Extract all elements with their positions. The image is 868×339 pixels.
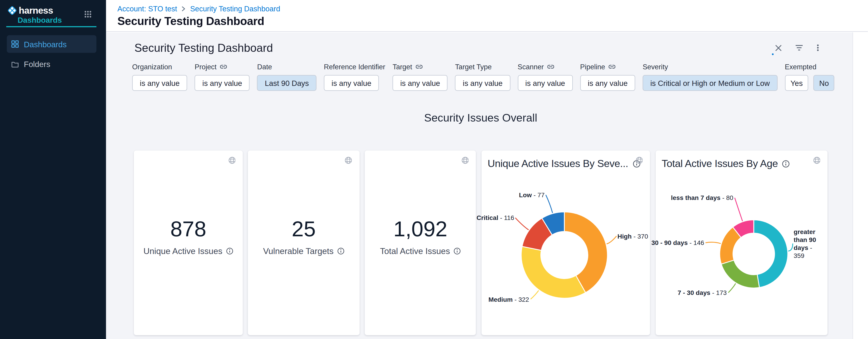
filter-label: Exempted — [785, 63, 834, 70]
chart-title: Total Active Issues By Age — [661, 158, 778, 170]
sidebar-item-dashboards[interactable]: Dashboards — [7, 35, 96, 53]
kebab-menu-icon[interactable] — [817, 44, 819, 51]
filter-value-chip[interactable]: is any value — [132, 75, 187, 91]
cards-row: 878 Unique Active Issues — [134, 151, 828, 335]
panel-actions — [775, 44, 819, 51]
donut-label: Low - 77 — [519, 191, 545, 199]
donut-slice-30-90-days[interactable] — [719, 227, 741, 264]
donut-slice-7-30-days[interactable] — [721, 260, 759, 288]
donut-slice-greater-than-90-days[interactable] — [753, 220, 787, 288]
filter-exempted: ExemptedYesNo — [785, 63, 834, 91]
section-heading: Security Issues Overall — [134, 111, 828, 124]
breadcrumb: Account: STO test Security Testing Dashb… — [118, 4, 280, 13]
filter-label: Organization — [132, 63, 187, 70]
scroll-gutter[interactable] — [852, 32, 868, 339]
module-label[interactable]: Dashboards — [18, 16, 62, 25]
top-bar: Account: STO test Security Testing Dashb… — [106, 0, 868, 32]
filter-label: Scanner — [518, 63, 573, 70]
donut-slice-medium[interactable] — [521, 247, 586, 298]
donut-label: 7 - 30 days - 173 — [678, 288, 727, 296]
donut-label: less than 7 days - 80 — [671, 194, 733, 202]
filter-value-chip[interactable]: is any value — [455, 75, 510, 91]
donut-slice-high[interactable] — [564, 212, 607, 293]
breadcrumb-account-link[interactable]: Account: STO test — [118, 4, 177, 13]
stat-card-unique-active-issues[interactable]: 878 Unique Active Issues — [134, 151, 243, 335]
donut-chart — [655, 151, 828, 335]
cursor-dot — [772, 53, 774, 55]
filter-severity: Severityis Critical or High or Medium or… — [643, 63, 777, 91]
folder-icon — [11, 60, 19, 67]
filter-value-chip[interactable]: is any value — [195, 75, 250, 91]
filter-organization: Organizationis any value — [132, 63, 187, 91]
donut-label-connector — [734, 198, 742, 221]
donut-slice-less-than-7-days[interactable] — [733, 220, 753, 238]
sidebar-item-label: Folders — [24, 59, 50, 68]
stat-value: 25 — [292, 218, 316, 241]
info-icon[interactable] — [454, 248, 461, 254]
filter-label: Pipeline — [580, 63, 635, 70]
filter-value-chip[interactable]: is Critical or High or Medium or Low — [643, 75, 777, 91]
link-icon — [220, 64, 227, 69]
donut-label: High - 370 — [618, 232, 648, 240]
filter-label: Project — [195, 63, 250, 70]
donut-label-connector — [728, 283, 735, 292]
stat-label: Vulnerable Targets — [263, 246, 334, 256]
donut-slice-low[interactable] — [542, 212, 564, 235]
stat-label: Unique Active Issues — [144, 246, 222, 256]
donut-label: 30 - 90 days - 146 — [651, 239, 704, 247]
filter-label: Date — [257, 63, 317, 70]
info-icon[interactable] — [338, 248, 344, 254]
exempted-no-button[interactable]: No — [813, 75, 835, 91]
filter-label: Severity — [643, 63, 777, 70]
sidebar-item-label: Dashboards — [24, 39, 67, 49]
close-icon[interactable] — [775, 45, 782, 51]
filter-value-chip[interactable]: is any value — [393, 75, 447, 91]
donut-label-connector — [515, 218, 529, 230]
chart-card-issues-by-age[interactable]: Total Active Issues By Age — [655, 151, 828, 335]
stat-value: 1,092 — [393, 218, 447, 241]
filter-value-chip[interactable]: is any value — [324, 75, 379, 91]
globe-icon — [462, 157, 469, 164]
chart-card-issues-by-severity[interactable]: Unique Active Issues By Seve... — [482, 151, 650, 335]
info-icon[interactable] — [226, 248, 233, 254]
info-icon[interactable] — [782, 160, 790, 168]
filter-scanner: Scanneris any value — [518, 63, 573, 91]
stat-card-total-active-issues[interactable]: 1,092 Total Active Issues — [365, 151, 476, 335]
link-icon — [415, 64, 423, 69]
filter-target: Targetis any value — [393, 63, 447, 91]
globe-icon — [813, 157, 820, 164]
filter-value-chip[interactable]: is any value — [518, 75, 573, 91]
module-divider — [6, 26, 97, 27]
donut-label-connector — [788, 244, 793, 251]
sidebar: harness Dashboards Dash — [0, 0, 106, 339]
donut-label-connector — [546, 195, 552, 213]
breadcrumb-page-link[interactable]: Security Testing Dashboard — [190, 4, 280, 13]
globe-icon — [636, 157, 643, 164]
filter-label: Target Type — [455, 63, 510, 70]
donut-labels: greater than 90 days - 3597 - 30 days - … — [655, 151, 828, 335]
filter-target-type: Target Typeis any value — [455, 63, 510, 91]
harness-logo-icon — [7, 6, 17, 16]
donut-label-connector — [705, 242, 720, 244]
stat-card-vulnerable-targets[interactable]: 25 Vulnerable Targets — [248, 151, 359, 335]
filter-label: Reference Identifier — [324, 63, 385, 70]
filter-icon[interactable] — [795, 45, 803, 51]
filter-value-chip[interactable]: Last 90 Days — [257, 75, 317, 91]
stat-label: Total Active Issues — [380, 246, 450, 256]
globe-icon — [345, 157, 352, 164]
filter-pipeline: Pipelineis any value — [580, 63, 635, 91]
globe-icon — [228, 157, 235, 164]
sidebar-item-folders[interactable]: Folders — [7, 55, 96, 73]
link-icon — [609, 64, 615, 69]
donut-label: Critical - 116 — [477, 214, 514, 222]
filter-value-chip[interactable]: is any value — [580, 75, 635, 91]
app-grid-icon[interactable] — [85, 11, 91, 18]
exempted-yes-button[interactable]: Yes — [785, 75, 808, 91]
breadcrumb-chevron-icon — [182, 6, 186, 11]
donut-label-connector — [530, 290, 538, 299]
dashboard-canvas: Security Testing Dashboard Organizationi… — [106, 32, 868, 339]
app: harness Dashboards Dash — [0, 0, 868, 339]
harness-logo[interactable]: harness — [7, 5, 53, 16]
donut-slice-critical[interactable] — [522, 218, 552, 250]
filter-reference-identifier: Reference Identifieris any value — [324, 63, 385, 91]
